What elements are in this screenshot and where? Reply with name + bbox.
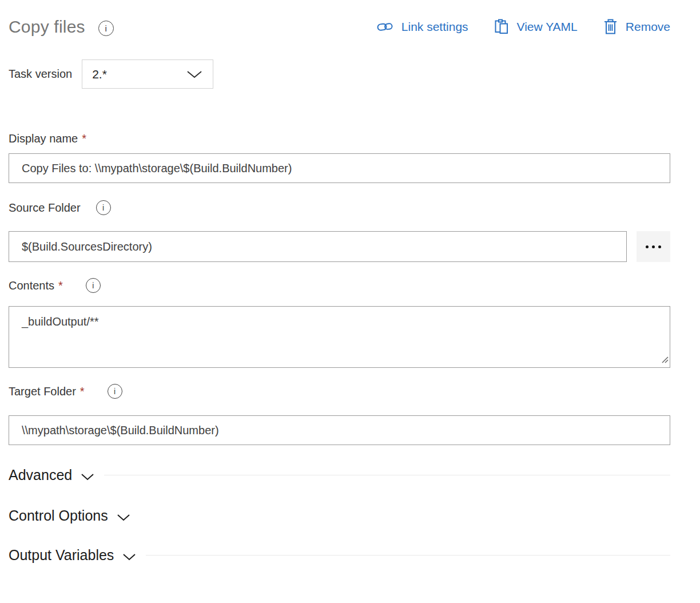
ellipsis-dot (646, 245, 649, 248)
chevron-down-icon (81, 473, 94, 481)
resize-grip[interactable] (661, 355, 669, 366)
clipboard-icon (494, 18, 510, 35)
section-control-options-toggle[interactable]: Control Options (9, 507, 130, 524)
header-actions: Link settings View YAML (377, 18, 670, 35)
header: Copy files i Link settings (9, 17, 670, 37)
target-folder-input[interactable] (9, 415, 670, 445)
target-folder-label: Target Folder * i (9, 384, 670, 399)
task-config-panel: Copy files i Link settings (0, 0, 700, 564)
link-settings-label: Link settings (401, 20, 468, 34)
display-name-label: Display name * (9, 132, 670, 145)
remove-label: Remove (626, 20, 670, 34)
contents-label: Contents * i (9, 278, 670, 293)
task-version-value: 2.* (92, 68, 107, 81)
title-group: Copy files i (9, 17, 114, 37)
source-folder-label-text: Source Folder (9, 201, 81, 215)
chevron-down-icon (117, 514, 130, 521)
section-divider (146, 555, 670, 556)
required-asterisk: * (82, 132, 86, 145)
link-icon (377, 20, 394, 34)
contents-textarea[interactable]: _buildOutput/** (9, 306, 670, 368)
browse-ellipsis-button[interactable] (637, 231, 670, 262)
chevron-down-icon (122, 553, 136, 561)
section-output-variables-row: Output Variables (9, 547, 670, 564)
section-advanced-label: Advanced (9, 467, 72, 483)
contents-textarea-wrap: _buildOutput/** (9, 306, 670, 368)
link-settings-button[interactable]: Link settings (377, 20, 468, 34)
ellipsis-dot (652, 245, 655, 248)
section-divider (104, 475, 670, 475)
source-folder-label: Source Folder i (9, 200, 670, 215)
required-asterisk: * (80, 385, 85, 398)
contents-info-icon[interactable]: i (86, 278, 101, 293)
required-asterisk: * (58, 279, 63, 292)
display-name-input[interactable] (9, 153, 670, 183)
contents-label-text: Contents (9, 279, 54, 292)
trash-icon (603, 18, 618, 35)
section-advanced-row: Advanced (9, 467, 670, 483)
section-output-variables-label: Output Variables (9, 547, 114, 564)
task-info-icon[interactable]: i (98, 21, 114, 36)
task-version-label: Task version (9, 68, 72, 81)
source-folder-info-icon[interactable]: i (96, 200, 111, 215)
ellipsis-dot (658, 245, 661, 248)
chevron-down-icon (186, 68, 202, 81)
task-version-dropdown[interactable]: 2.* (82, 59, 213, 89)
source-folder-input[interactable] (9, 231, 627, 262)
section-output-variables-toggle[interactable]: Output Variables (9, 547, 136, 564)
task-version-row: Task version 2.* (9, 59, 670, 89)
remove-button[interactable]: Remove (603, 18, 670, 35)
section-control-options-label: Control Options (9, 507, 108, 524)
view-yaml-label: View YAML (517, 20, 578, 34)
display-name-label-text: Display name (9, 132, 78, 145)
section-advanced-toggle[interactable]: Advanced (9, 467, 94, 483)
source-folder-row (9, 231, 670, 262)
target-folder-label-text: Target Folder (9, 385, 76, 398)
section-control-options-row: Control Options (9, 507, 670, 524)
view-yaml-button[interactable]: View YAML (494, 18, 578, 35)
page-title: Copy files (9, 17, 85, 37)
target-folder-info-icon[interactable]: i (108, 384, 122, 399)
